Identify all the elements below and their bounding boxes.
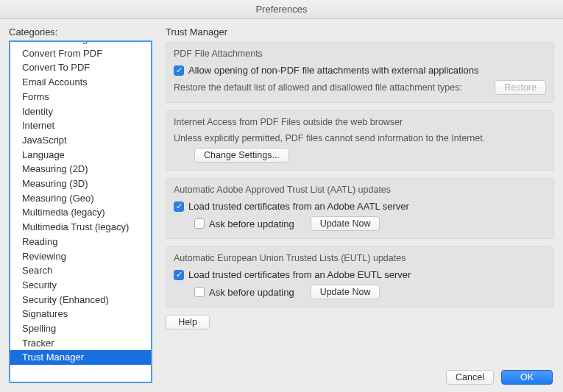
category-item[interactable]: Internet — [10, 118, 151, 133]
eutl-ask-checkbox[interactable] — [194, 287, 205, 297]
category-item[interactable]: Language — [10, 148, 151, 163]
cancel-button[interactable]: Cancel — [446, 370, 494, 385]
eutl-load-label: Load trusted certificates from an Adobe … — [188, 269, 411, 280]
category-item[interactable]: Measuring (Geo) — [10, 191, 151, 206]
category-item[interactable]: Convert From PDF — [10, 46, 151, 61]
group-title: Automatic European Union Trusted Lists (… — [174, 253, 546, 263]
allow-opening-checkbox[interactable] — [174, 65, 184, 76]
category-item[interactable]: Security — [10, 278, 151, 293]
category-item[interactable]: Multimedia Trust (legacy) — [10, 220, 151, 235]
group-aatl: Automatic Adobe Approved Trust List (AAT… — [166, 178, 554, 239]
aatl-ask-checkbox[interactable] — [194, 218, 205, 229]
category-item[interactable]: Signatures — [10, 307, 151, 321]
internet-desc: Unless explicitly permitted, PDF files c… — [174, 133, 485, 143]
group-title: PDF File Attachments — [174, 49, 546, 59]
change-settings-button[interactable]: Change Settings... — [194, 148, 289, 163]
categories-listbox[interactable]: Content EditingConvert From PDFConvert T… — [9, 40, 152, 383]
category-item[interactable]: Email Accounts — [10, 75, 151, 90]
help-button[interactable]: Help — [166, 315, 210, 329]
eutl-ask-label: Ask before updating — [209, 287, 294, 298]
window-title: Preferences — [0, 0, 563, 19]
category-item[interactable]: Security (Enhanced) — [10, 293, 151, 307]
aatl-load-label: Load trusted certificates from an Adobe … — [188, 201, 409, 212]
category-item[interactable]: JavaScript — [10, 133, 151, 148]
category-item[interactable]: Search — [10, 263, 151, 278]
aatl-load-checkbox[interactable] — [174, 202, 184, 212]
allow-opening-label: Allow opening of non-PDF file attachment… — [188, 65, 479, 76]
restore-desc: Restore the default list of allowed and … — [174, 82, 462, 93]
category-item[interactable]: Identity — [10, 104, 151, 119]
eutl-load-checkbox[interactable] — [174, 270, 184, 280]
category-item[interactable]: Measuring (2D) — [10, 162, 151, 177]
category-item[interactable]: Reading — [10, 235, 151, 249]
category-item[interactable]: Reviewing — [10, 249, 151, 264]
category-item[interactable]: Tracker — [10, 336, 151, 351]
category-item[interactable]: Multimedia (legacy) — [10, 205, 151, 220]
group-eutl: Automatic European Union Trusted Lists (… — [166, 246, 554, 307]
category-item[interactable]: Spelling — [10, 321, 151, 336]
group-internet-access: Internet Access from PDF Files outside t… — [166, 110, 554, 171]
category-item[interactable]: Trust Manager — [10, 350, 151, 365]
restore-button[interactable]: Restore — [495, 80, 546, 95]
category-item[interactable]: Forms — [10, 90, 151, 104]
ok-button[interactable]: OK — [501, 370, 553, 385]
aatl-update-button[interactable]: Update Now — [311, 216, 380, 231]
aatl-ask-label: Ask before updating — [209, 218, 294, 229]
group-pdf-attachments: PDF File Attachments Allow opening of no… — [166, 42, 554, 103]
category-item[interactable]: Measuring (3D) — [10, 177, 151, 191]
panel-title: Trust Manager — [166, 26, 554, 38]
category-item[interactable]: Convert To PDF — [10, 60, 151, 75]
category-item[interactable]: Content Editing — [10, 40, 151, 46]
categories-label: Categories: — [9, 26, 152, 38]
group-title: Internet Access from PDF Files outside t… — [174, 117, 546, 127]
eutl-update-button[interactable]: Update Now — [311, 285, 380, 299]
group-title: Automatic Adobe Approved Trust List (AAT… — [174, 185, 546, 195]
